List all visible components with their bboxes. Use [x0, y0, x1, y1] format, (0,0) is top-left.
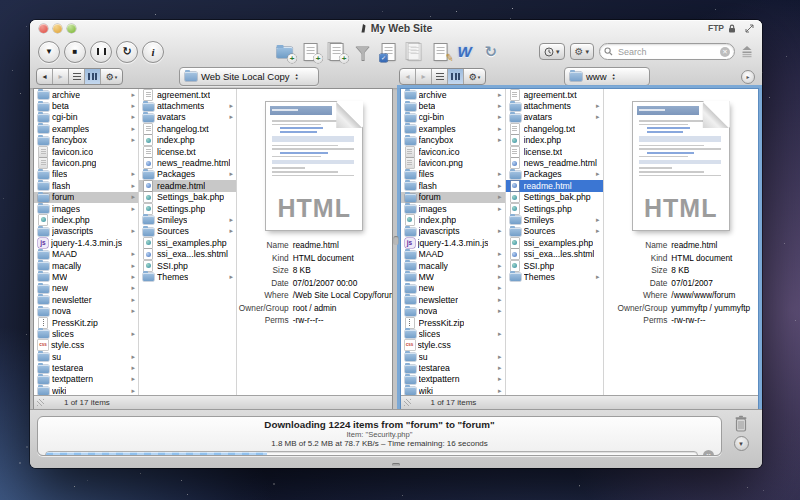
list-item[interactable]: textpattern▸	[401, 374, 505, 385]
list-item[interactable]: wiki▸	[34, 385, 138, 395]
list-item[interactable]: beta▸	[401, 100, 505, 111]
list-item[interactable]: slices▸	[401, 328, 505, 339]
list-item[interactable]: jsjquery-1.4.3.min.js	[34, 237, 138, 248]
list-item[interactable]: Settings_bak.php	[139, 192, 236, 203]
actions-dropdown-button[interactable]: ⚙ ▾	[570, 43, 594, 60]
list-item[interactable]: testarea▸	[34, 362, 138, 373]
list-item[interactable]: Packages▸	[139, 169, 236, 180]
list-item[interactable]: nova▸	[401, 305, 505, 316]
list-item[interactable]: Settings.php	[139, 203, 236, 214]
list-item[interactable]: fancybox▸	[34, 135, 138, 146]
list-item[interactable]: archive▸	[401, 89, 505, 100]
list-item[interactable]: ssi_exa...les.shtml	[139, 248, 236, 259]
list-item[interactable]: nova▸	[34, 305, 138, 316]
list-item[interactable]: agreement.txt	[139, 89, 236, 100]
list-item[interactable]: flash▸	[34, 180, 138, 191]
list-item[interactable]: forum▸	[401, 192, 505, 203]
search-field[interactable]: ✕	[599, 43, 735, 60]
folder-actions-button[interactable]: ⚙▾	[464, 69, 485, 84]
duplicate-file-button[interactable]: +	[326, 41, 349, 63]
list-item[interactable]: MAAD▸	[401, 248, 505, 259]
list-item[interactable]: attachments▸	[506, 100, 603, 111]
list-item[interactable]: archive▸	[34, 89, 138, 100]
list-item[interactable]: slices▸	[34, 328, 138, 339]
list-item[interactable]: changelog.txt	[506, 123, 603, 134]
column-view-button[interactable]	[85, 69, 101, 84]
list-view-button[interactable]	[69, 69, 85, 84]
list-item[interactable]: Themes▸	[506, 271, 603, 282]
list-item[interactable]: Sources▸	[139, 226, 236, 237]
reload-button[interactable]: ↻	[116, 41, 138, 63]
list-item[interactable]: MW▸	[34, 271, 138, 282]
list-item[interactable]: beta▸	[34, 100, 138, 111]
list-item[interactable]: testarea▸	[401, 362, 505, 373]
pause-button[interactable]	[90, 41, 112, 63]
list-item[interactable]: cssstyle.css	[401, 340, 505, 351]
list-item[interactable]: cssstyle.css	[34, 340, 138, 351]
list-item[interactable]: newsletter▸	[401, 294, 505, 305]
list-item[interactable]: Packages▸	[506, 169, 603, 180]
list-item[interactable]: new▸	[34, 283, 138, 294]
list-item[interactable]: Settings.php	[506, 203, 603, 214]
list-item[interactable]: javascripts▸	[401, 226, 505, 237]
list-item[interactable]: images▸	[34, 203, 138, 214]
list-item[interactable]: agreement.txt	[506, 89, 603, 100]
list-item[interactable]: cgi-bin▸	[401, 112, 505, 123]
list-item[interactable]: MW▸	[401, 271, 505, 282]
list-item[interactable]: index.php	[506, 135, 603, 146]
remote-path-popup[interactable]: www ▴▾	[564, 67, 650, 86]
list-item[interactable]: examples▸	[34, 123, 138, 134]
list-item[interactable]: new▸	[401, 283, 505, 294]
list-item[interactable]: avatars▸	[506, 112, 603, 123]
forward-button[interactable]: ▸	[53, 69, 69, 84]
list-item[interactable]: index.php	[401, 214, 505, 225]
list-item[interactable]: index.php	[34, 214, 138, 225]
trash-icon[interactable]	[733, 415, 749, 432]
list-item[interactable]: license.txt	[139, 146, 236, 157]
folder-actions-button[interactable]: ⚙▾	[101, 69, 122, 84]
sync-button[interactable]: ↻	[482, 41, 505, 63]
list-item[interactable]: macally▸	[401, 260, 505, 271]
list-item[interactable]: newsletter▸	[34, 294, 138, 305]
list-item[interactable]: ssi_examples.php	[506, 237, 603, 248]
list-item[interactable]: MAAD▸	[34, 248, 138, 259]
list-item[interactable]: jsjquery-1.4.3.min.js	[401, 237, 505, 248]
list-item[interactable]: Smileys▸	[506, 214, 603, 225]
list-item[interactable]: attachments▸	[139, 100, 236, 111]
list-item[interactable]: ssi_exa...les.shtml	[506, 248, 603, 259]
list-item[interactable]: readme.html	[506, 180, 603, 191]
resize-grip-icon[interactable]	[404, 399, 411, 406]
list-item[interactable]: SSI.php	[506, 260, 603, 271]
stop-button[interactable]: ■	[64, 41, 86, 63]
list-item[interactable]: PressKit.zip	[401, 317, 505, 328]
list-item[interactable]: favicon.ico	[34, 146, 138, 157]
list-item[interactable]: su▸	[401, 351, 505, 362]
list-item[interactable]: macally▸	[34, 260, 138, 271]
list-item[interactable]: Themes▸	[139, 271, 236, 282]
forward-button[interactable]: ▸	[416, 69, 432, 84]
web-button[interactable]: W	[456, 41, 479, 63]
list-item[interactable]: wiki▸	[401, 385, 505, 395]
disconnect-eject-button[interactable]	[740, 45, 754, 58]
back-button[interactable]: ◂	[37, 69, 53, 84]
list-item[interactable]: readme.html	[139, 180, 236, 191]
list-item[interactable]: news_readme.html	[506, 157, 603, 168]
list-item[interactable]: flash▸	[401, 180, 505, 191]
new-folder-button[interactable]: +	[274, 41, 297, 63]
list-item[interactable]: textpattern▸	[34, 374, 138, 385]
history-dropdown-button[interactable]: ▾	[539, 43, 565, 60]
resize-grip-icon[interactable]	[37, 399, 44, 406]
list-item[interactable]: ssi_examples.php	[139, 237, 236, 248]
list-item[interactable]: SSI.php	[139, 260, 236, 271]
filter-button[interactable]	[352, 41, 375, 63]
list-item[interactable]: license.txt	[506, 146, 603, 157]
window-resize-grip[interactable]	[392, 463, 400, 466]
mirror-button[interactable]	[404, 41, 427, 63]
list-item[interactable]: files▸	[34, 169, 138, 180]
document-proxy-icon[interactable]	[360, 23, 367, 33]
list-item[interactable]: javascripts▸	[34, 226, 138, 237]
list-item[interactable]: favicon.ico	[401, 146, 505, 157]
search-clear-button[interactable]: ✕	[720, 47, 730, 57]
list-item[interactable]: images▸	[401, 203, 505, 214]
list-item[interactable]: cgi-bin▸	[34, 112, 138, 123]
